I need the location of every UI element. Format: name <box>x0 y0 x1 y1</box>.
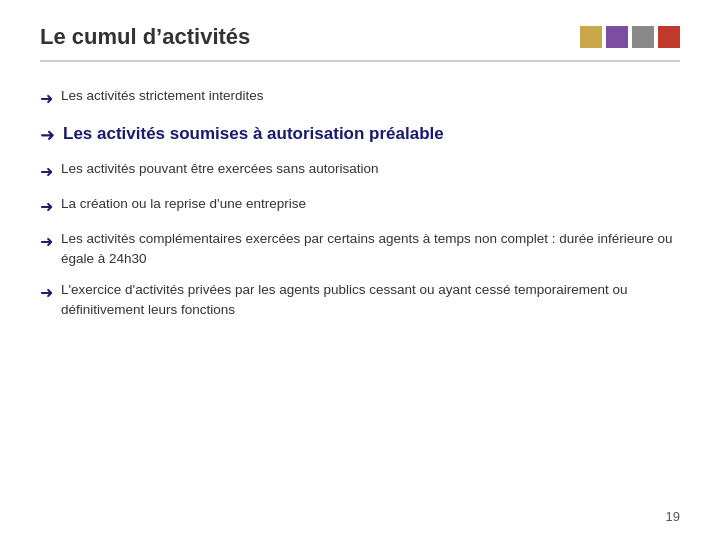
slide-container: Le cumul d’activités ➜ Les activités str… <box>0 0 720 540</box>
color-square-4 <box>658 26 680 48</box>
arrow-icon: ➜ <box>40 281 53 305</box>
slide-header: Le cumul d’activités <box>40 24 680 62</box>
list-item: ➜ Les activités strictement interdites <box>40 86 680 111</box>
bullet-text: Les activités pouvant être exercées sans… <box>61 159 378 179</box>
bullet-text: La création ou la reprise d'une entrepri… <box>61 194 306 214</box>
bullet-text: Les activités complémentaires exercées p… <box>61 229 680 270</box>
list-item: ➜ L'exercice d'activités privées par les… <box>40 280 680 321</box>
arrow-icon: ➜ <box>40 230 53 254</box>
color-square-2 <box>606 26 628 48</box>
bullet-text: L'exercice d'activités privées par les a… <box>61 280 680 321</box>
bullet-text: Les activités strictement interdites <box>61 86 264 106</box>
list-item-highlighted: ➜ Les activités soumises à autorisation … <box>40 121 680 149</box>
slide-content: ➜ Les activités strictement interdites ➜… <box>40 86 680 330</box>
list-item: ➜ La création ou la reprise d'une entrep… <box>40 194 680 219</box>
arrow-icon: ➜ <box>40 160 53 184</box>
arrow-icon: ➜ <box>40 195 53 219</box>
arrow-icon: ➜ <box>40 122 55 149</box>
color-squares <box>580 26 680 48</box>
list-item: ➜ Les activités pouvant être exercées sa… <box>40 159 680 184</box>
arrow-icon: ➜ <box>40 87 53 111</box>
color-square-1 <box>580 26 602 48</box>
page-number: 19 <box>666 509 680 524</box>
color-square-3 <box>632 26 654 48</box>
bullet-text-highlighted: Les activités soumises à autorisation pr… <box>63 121 444 147</box>
slide-title: Le cumul d’activités <box>40 24 250 50</box>
list-item: ➜ Les activités complémentaires exercées… <box>40 229 680 270</box>
